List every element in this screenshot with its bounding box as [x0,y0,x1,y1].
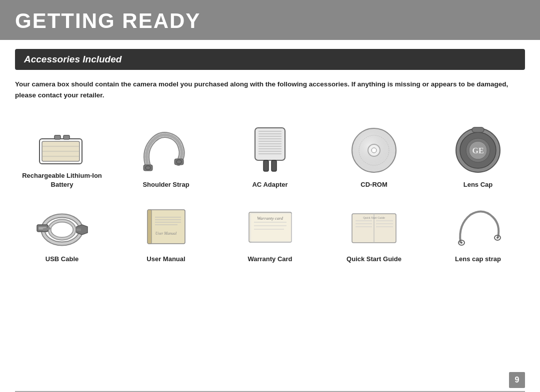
accessory-lens-cap: GE Lens Cap [430,120,526,189]
shoulder-strap-icon [138,120,194,175]
svg-point-64 [460,242,462,244]
accessory-battery: Rechargeable Lithium-IonBattery [14,111,110,189]
warranty-card-label: Warranty Card [248,255,292,264]
page-header: GETTING READY [0,0,540,40]
accessory-cd-rom: CD-ROM [326,120,422,189]
page-number: 9 [509,372,525,388]
page-title: GETTING READY [15,9,200,32]
svg-text:Warranty card: Warranty card [256,216,283,221]
svg-rect-5 [54,135,60,139]
svg-point-27 [372,148,376,153]
user-manual-label: User Manual [146,255,185,264]
quick-start-icon: Quick Start Guide [348,195,400,250]
usb-cable-icon [34,195,90,250]
lens-cap-label: Lens Cap [464,180,493,189]
accessories-row-2: USB Cable User Manual User [10,195,530,264]
ac-adapter-label: AC Adapter [252,180,288,189]
quick-start-label: Quick Start Guide [346,255,402,264]
section-title: Accessories Included [24,54,122,64]
usb-cable-label: USB Cable [46,255,78,264]
svg-rect-22 [264,160,268,171]
svg-point-66 [496,237,498,239]
accessory-user-manual: User Manual User Manual [118,195,214,264]
accessory-usb-cable: USB Cable [14,195,110,264]
svg-text:Quick Start Guide: Quick Start Guide [363,216,385,219]
lens-cap-strap-icon [450,195,506,250]
battery-label: Rechargeable Lithium-IonBattery [22,171,102,189]
svg-text:User Manual: User Manual [155,231,176,236]
svg-rect-42 [148,210,152,244]
accessory-quick-start: Quick Start Guide Quick Start Guide [326,195,422,264]
shoulder-strap-label: Shoulder Strap [142,180,189,189]
svg-point-38 [50,221,74,239]
battery-icon [37,111,87,166]
svg-rect-34 [472,127,484,132]
accessory-warranty-card: Warranty card Warranty Card [222,195,318,264]
svg-rect-23 [272,160,276,171]
accessory-ac-adapter: AC Adapter [222,120,318,189]
lens-cap-icon: GE [453,120,503,175]
section-header: Accessories Included [15,49,525,70]
accessory-lens-cap-strap: Lens cap strap [430,195,526,264]
accessory-shoulder-strap: Shoulder Strap [118,120,214,189]
cd-rom-icon [349,120,399,175]
lens-cap-strap-label: Lens cap strap [455,255,501,264]
cd-rom-label: CD-ROM [360,180,387,189]
accessories-row-1: Rechargeable Lithium-IonBattery [10,111,530,189]
ac-adapter-icon [248,120,292,175]
svg-rect-41 [148,210,185,244]
user-manual-icon: User Manual [140,195,192,250]
accessories-section: Rechargeable Lithium-IonBattery [10,111,530,264]
warranty-card-icon: Warranty card [244,195,296,250]
svg-rect-6 [64,135,70,139]
svg-text:GE: GE [472,146,484,155]
description-text: Your camera box should contain the camer… [15,79,525,100]
